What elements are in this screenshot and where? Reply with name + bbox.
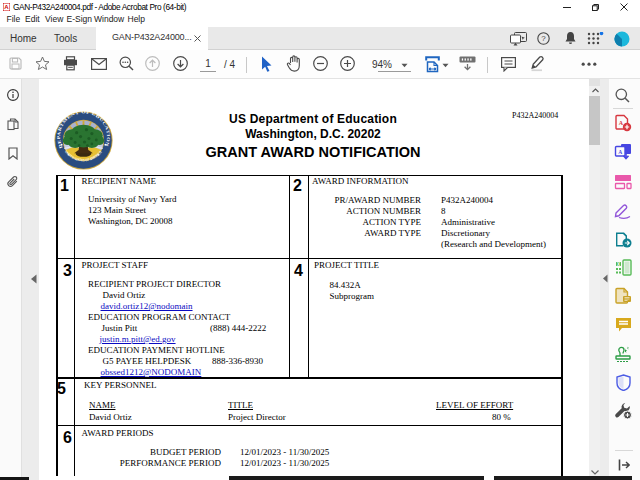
- svg-text:A: A: [619, 120, 624, 126]
- svg-text:?: ?: [541, 34, 546, 43]
- svg-text:X: X: [617, 262, 620, 267]
- svg-text:A: A: [4, 4, 9, 10]
- svg-text:A: A: [618, 149, 622, 155]
